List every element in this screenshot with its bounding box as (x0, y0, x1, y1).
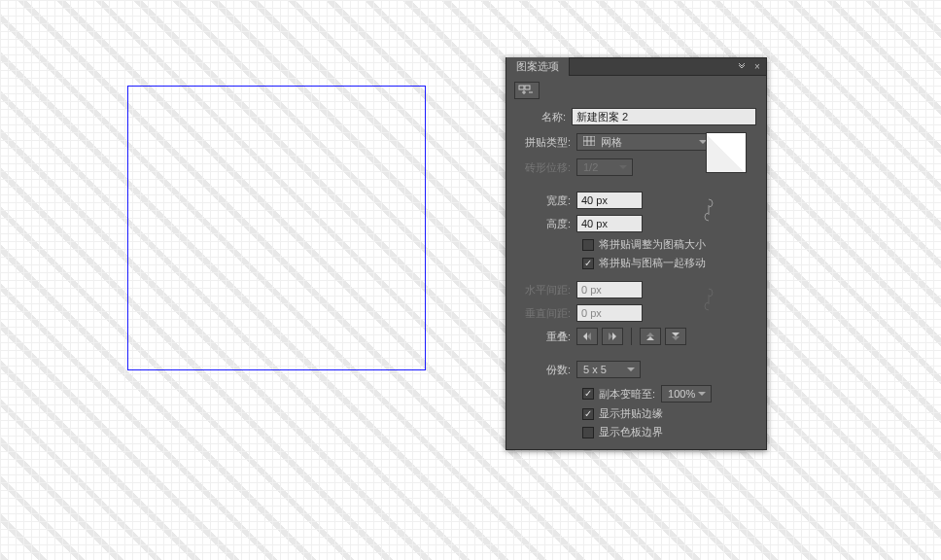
panel-body: 名称: 拼贴类型: 网格 (506, 103, 766, 449)
h-spacing-input (576, 281, 643, 298)
pattern-preview-swatch[interactable] (706, 132, 747, 173)
move-tile-with-art-checkbox[interactable] (582, 258, 594, 269)
width-input[interactable] (576, 192, 643, 209)
svg-rect-0 (519, 86, 524, 89)
svg-rect-1 (525, 86, 530, 89)
dim-copies-label: 副本变暗至: (599, 387, 655, 402)
panel-tab-pattern-options[interactable]: 图案选项 (506, 57, 570, 76)
overlap-label: 重叠: (516, 330, 576, 344)
panel-tab-controls: × (737, 62, 762, 72)
artboard-selection[interactable] (127, 86, 426, 370)
swatch-preview (707, 133, 746, 172)
show-swatch-bounds-checkbox[interactable] (582, 427, 594, 438)
height-input[interactable] (576, 215, 643, 232)
h-spacing-label: 水平间距: (516, 283, 576, 298)
panel-toolbar (506, 76, 766, 103)
link-dimensions-icon[interactable] (700, 196, 717, 224)
size-tile-to-art-checkbox[interactable] (582, 239, 594, 251)
chevron-down-icon (624, 363, 638, 376)
tile-type-dropdown[interactable]: 网格 (576, 133, 713, 151)
brick-offset-value: 1/2 (583, 161, 598, 173)
dim-copies-checkbox[interactable] (582, 388, 594, 400)
brick-offset-dropdown: 1/2 (576, 158, 633, 176)
link-spacing-icon (700, 286, 717, 313)
name-label: 名称: (516, 110, 572, 124)
show-tile-edge-label: 显示拼贴边缘 (599, 406, 663, 421)
name-input[interactable] (572, 108, 756, 125)
copies-value: 5 x 5 (583, 364, 607, 375)
overlap-right-front-button[interactable] (602, 328, 623, 345)
size-tile-to-art-label: 将拼贴调整为图稿大小 (599, 237, 706, 252)
pattern-tile-tool-button[interactable] (514, 82, 540, 99)
dim-copies-dropdown[interactable]: 100% (661, 385, 712, 402)
overlap-left-front-button[interactable] (576, 328, 598, 345)
chevron-down-icon (695, 387, 709, 401)
separator (631, 328, 632, 345)
close-icon[interactable]: × (752, 62, 762, 72)
panel-tabbar: 图案选项 × (506, 58, 766, 76)
tile-type-value: 网格 (601, 135, 622, 150)
show-swatch-bounds-label: 显示色板边界 (599, 425, 663, 439)
tile-type-label: 拼贴类型: (516, 135, 576, 150)
copies-dropdown[interactable]: 5 x 5 (576, 361, 641, 378)
dim-copies-value: 100% (668, 388, 695, 400)
pattern-options-panel: 图案选项 × 名称: 拼贴类型: (505, 57, 767, 450)
move-tile-with-art-label: 将拼贴与图稿一起移动 (599, 256, 706, 270)
copies-label: 份数: (516, 363, 576, 377)
grid-icon (583, 136, 595, 148)
v-spacing-input (576, 304, 643, 322)
brick-offset-label: 砖形位移: (516, 160, 576, 175)
collapse-icon[interactable] (737, 62, 747, 72)
height-label: 高度: (516, 217, 576, 231)
v-spacing-label: 垂直间距: (516, 306, 576, 321)
overlap-bottom-front-button[interactable] (665, 328, 686, 345)
overlap-top-front-button[interactable] (640, 328, 661, 345)
show-tile-edge-checkbox[interactable] (582, 408, 594, 420)
width-label: 宽度: (516, 193, 576, 208)
chevron-down-icon (616, 160, 630, 174)
